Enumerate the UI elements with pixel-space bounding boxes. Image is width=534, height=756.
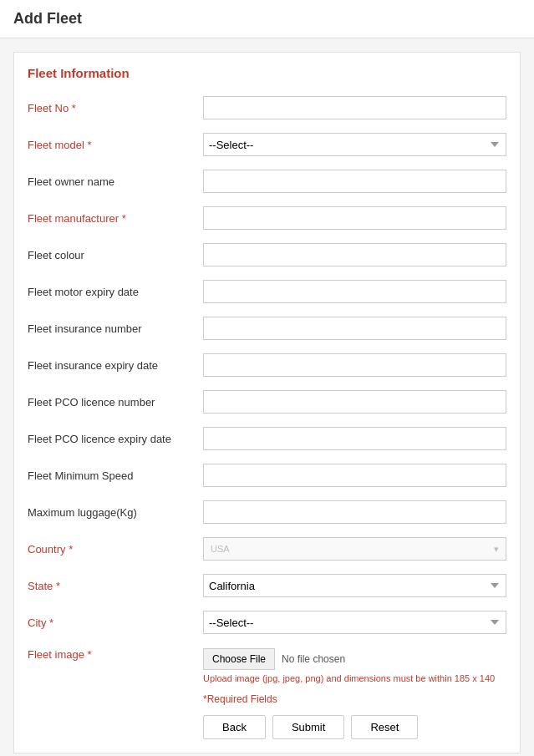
fleet-insurance-expiry-label: Fleet insurance expiry date — [28, 359, 203, 372]
fleet-min-speed-input[interactable] — [203, 464, 506, 487]
fleet-insurance-expiry-field — [203, 353, 506, 377]
fleet-motor-expiry-field — [203, 280, 506, 303]
max-luggage-row: Maximum luggage(Kg) — [28, 498, 506, 526]
fleet-pco-expiry-field — [203, 427, 506, 450]
fleet-insurance-expiry-row: Fleet insurance expiry date — [28, 351, 506, 379]
country-display: USA ▾ — [203, 537, 506, 561]
fleet-motor-expiry-label: Fleet motor expiry date — [28, 286, 203, 298]
country-label: Country * — [28, 543, 203, 556]
fleet-owner-input[interactable] — [203, 170, 506, 193]
fleet-colour-field — [203, 243, 506, 266]
fleet-colour-input[interactable] — [203, 243, 506, 266]
button-row: Back Submit Reset — [203, 715, 506, 739]
state-select[interactable]: California — [203, 574, 506, 597]
state-label: State * — [28, 580, 203, 592]
country-dropdown-icon: ▾ — [494, 544, 499, 555]
back-button[interactable]: Back — [203, 715, 266, 739]
fleet-no-row: Fleet No * — [28, 94, 506, 122]
fleet-no-input[interactable] — [203, 96, 506, 119]
reset-button[interactable]: Reset — [351, 715, 418, 739]
state-field: California — [203, 574, 506, 597]
choose-file-button[interactable]: Choose File — [203, 648, 275, 670]
fleet-no-field — [203, 96, 506, 119]
file-hint-text: Upload image (jpg, jpeg, png) and dimens… — [203, 673, 506, 683]
fleet-model-label: Fleet model * — [28, 139, 203, 151]
fleet-owner-label: Fleet owner name — [28, 175, 203, 188]
city-row: City * --Select-- — [28, 608, 506, 637]
required-note: *Required Fields — [203, 693, 506, 705]
fleet-manufacturer-label: Fleet manufacturer * — [28, 212, 203, 225]
fleet-insurance-number-label: Fleet insurance number — [28, 322, 203, 335]
fleet-pco-expiry-label: Fleet PCO licence expiry date — [28, 433, 203, 445]
fleet-image-row: Fleet image * Choose File No file chosen… — [28, 645, 506, 683]
fleet-manufacturer-row: Fleet manufacturer * — [28, 204, 506, 232]
submit-button[interactable]: Submit — [272, 715, 344, 739]
fleet-model-row: Fleet model * --Select-- — [28, 130, 506, 159]
fleet-pco-licence-row: Fleet PCO licence number — [28, 388, 506, 416]
fleet-pco-expiry-input[interactable] — [203, 427, 506, 450]
section-title: Fleet Information — [28, 66, 506, 80]
fleet-manufacturer-field — [203, 206, 506, 230]
max-luggage-label: Maximum luggage(Kg) — [28, 506, 203, 519]
country-field: USA ▾ — [203, 537, 506, 561]
country-row: Country * USA ▾ — [28, 535, 506, 563]
city-select[interactable]: --Select-- — [203, 611, 506, 634]
fleet-min-speed-label: Fleet Minimum Speed — [28, 469, 203, 482]
fleet-insurance-number-field — [203, 317, 506, 340]
fleet-model-field: --Select-- — [203, 133, 506, 156]
fleet-no-label: Fleet No * — [28, 102, 203, 114]
fleet-pco-licence-input[interactable] — [203, 390, 506, 414]
fleet-motor-expiry-input[interactable] — [203, 280, 506, 303]
city-label: City * — [28, 616, 203, 629]
fleet-image-label: Fleet image * — [28, 648, 203, 661]
fleet-pco-expiry-row: Fleet PCO licence expiry date — [28, 424, 506, 453]
fleet-min-speed-field — [203, 464, 506, 487]
fleet-insurance-expiry-input[interactable] — [203, 353, 506, 377]
fleet-min-speed-row: Fleet Minimum Speed — [28, 461, 506, 490]
page-title: Add Fleet — [13, 10, 521, 28]
max-luggage-input[interactable] — [203, 500, 506, 524]
fleet-model-select[interactable]: --Select-- — [203, 133, 506, 156]
state-row: State * California — [28, 571, 506, 600]
city-field: --Select-- — [203, 611, 506, 634]
file-name-display: No file chosen — [282, 653, 345, 665]
fleet-pco-licence-field — [203, 390, 506, 414]
fleet-insurance-number-row: Fleet insurance number — [28, 314, 506, 342]
fleet-insurance-number-input[interactable] — [203, 317, 506, 340]
fleet-colour-label: Fleet colour — [28, 249, 203, 261]
fleet-pco-licence-label: Fleet PCO licence number — [28, 396, 203, 408]
fleet-manufacturer-input[interactable] — [203, 206, 506, 230]
fleet-image-field: Choose File No file chosen Upload image … — [203, 648, 506, 683]
fleet-owner-row: Fleet owner name — [28, 167, 506, 195]
fleet-owner-field — [203, 170, 506, 193]
fleet-motor-expiry-row: Fleet motor expiry date — [28, 277, 506, 306]
file-input-container: Choose File No file chosen — [203, 648, 506, 670]
fleet-colour-row: Fleet colour — [28, 241, 506, 269]
max-luggage-field — [203, 500, 506, 524]
